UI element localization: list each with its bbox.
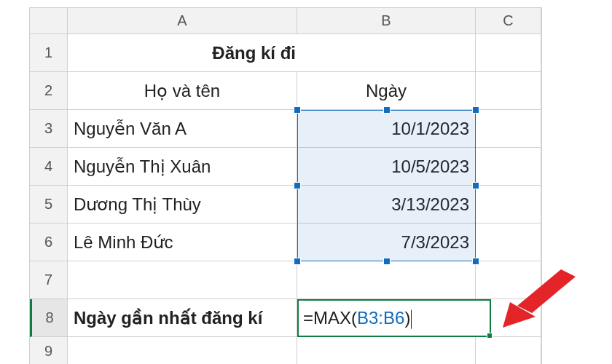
selection-handle[interactable] bbox=[294, 258, 301, 265]
selection-handle[interactable] bbox=[472, 182, 479, 189]
row-header-1[interactable]: 1 bbox=[30, 34, 68, 72]
cell-A6[interactable]: Lê Minh Đức bbox=[68, 223, 297, 261]
annotation-arrow-icon bbox=[495, 262, 583, 328]
selection-handle[interactable] bbox=[294, 182, 301, 189]
row-header-3[interactable]: 3 bbox=[30, 110, 68, 148]
svg-marker-0 bbox=[517, 269, 576, 313]
cell-B2[interactable]: Ngày bbox=[297, 72, 476, 110]
cell-B9[interactable] bbox=[297, 337, 476, 364]
cell-A1[interactable]: Đăng kí đi thực tập bbox=[68, 34, 297, 72]
cell-A5[interactable]: Dương Thị Thùy bbox=[68, 186, 297, 223]
row-header-7[interactable]: 7 bbox=[30, 261, 68, 299]
cell-A4[interactable]: Nguyễn Thị Xuân bbox=[68, 148, 297, 186]
cell-C5[interactable] bbox=[476, 186, 541, 223]
selection-handle[interactable] bbox=[472, 258, 479, 265]
cell-C1[interactable] bbox=[476, 34, 541, 72]
cell-B5[interactable]: 3/13/2023 bbox=[297, 186, 476, 223]
row-header-8[interactable]: 8 bbox=[30, 299, 68, 337]
cell-C6[interactable] bbox=[476, 223, 541, 261]
selection-handle[interactable] bbox=[294, 106, 301, 114]
row-header-2[interactable]: 2 bbox=[30, 72, 68, 110]
cell-B6[interactable]: 7/3/2023 bbox=[297, 223, 476, 261]
selection-handle[interactable] bbox=[383, 106, 391, 114]
row-header-6[interactable]: 6 bbox=[30, 223, 68, 261]
selection-handle[interactable] bbox=[383, 258, 391, 265]
spreadsheet-grid[interactable]: A B C 1 Đăng kí đi thực tập 2 Họ và tên … bbox=[29, 7, 542, 364]
cell-A3[interactable]: Nguyễn Văn A bbox=[68, 110, 297, 148]
row-header-5[interactable]: 5 bbox=[30, 186, 68, 223]
column-header-A[interactable]: A bbox=[68, 8, 297, 34]
cell-A7[interactable] bbox=[68, 261, 297, 299]
column-header-B[interactable]: B bbox=[297, 8, 476, 34]
cell-A8[interactable]: Ngày gần nhất đăng kí bbox=[68, 299, 297, 337]
cell-A9[interactable] bbox=[68, 337, 297, 364]
cell-C3[interactable] bbox=[476, 110, 541, 148]
row-header-4[interactable]: 4 bbox=[30, 148, 68, 186]
cell-B3[interactable]: 10/1/2023 bbox=[297, 110, 476, 148]
cell-C4[interactable] bbox=[476, 148, 541, 186]
column-header-C[interactable]: C bbox=[476, 8, 541, 34]
cell-B8[interactable] bbox=[297, 299, 476, 337]
cell-C9[interactable] bbox=[476, 337, 541, 364]
row-header-9[interactable]: 9 bbox=[30, 337, 68, 364]
selection-handle[interactable] bbox=[472, 106, 479, 114]
select-all-corner[interactable] bbox=[30, 8, 68, 34]
cell-A2[interactable]: Họ và tên bbox=[68, 72, 297, 110]
cell-B1[interactable] bbox=[297, 34, 476, 72]
cell-B7[interactable] bbox=[297, 261, 476, 299]
cell-C2[interactable] bbox=[476, 72, 541, 110]
cell-B4[interactable]: 10/5/2023 bbox=[297, 148, 476, 186]
